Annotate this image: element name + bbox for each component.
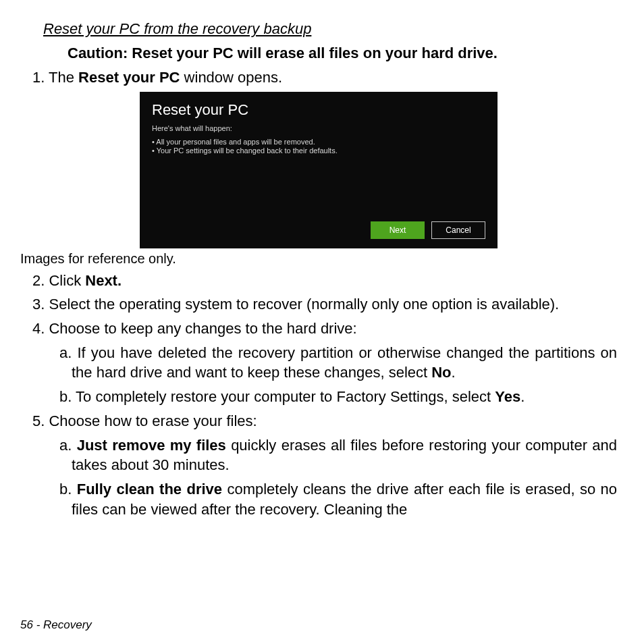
page-footer: 56 - Recovery bbox=[20, 618, 92, 632]
step-text-pre: Click bbox=[49, 272, 85, 289]
section-title: Reset your PC from the recovery backup bbox=[43, 20, 617, 38]
step-number: 3. bbox=[32, 296, 45, 313]
step-4a: a. If you have deleted the recovery part… bbox=[59, 343, 617, 383]
step-number: 2. bbox=[32, 272, 45, 289]
step-4: 4. Choose to keep any changes to the har… bbox=[31, 319, 617, 339]
step-4b: b. To completely restore your computer t… bbox=[59, 387, 617, 407]
step-letter: a. bbox=[59, 437, 72, 454]
step-text-pre: If you have deleted the recovery partiti… bbox=[72, 344, 617, 381]
step-letter: b. bbox=[59, 481, 72, 498]
step-5a: a. Just remove my files quickly erases a… bbox=[59, 435, 617, 475]
step-number: 4. bbox=[32, 320, 45, 337]
step-bold: Yes bbox=[495, 388, 520, 405]
next-button[interactable]: Next bbox=[371, 221, 425, 239]
dialog-button-row: Next Cancel bbox=[371, 221, 485, 239]
screenshot-container: Reset your PC Here's what will happen: •… bbox=[20, 92, 617, 248]
step-letter: a. bbox=[59, 344, 72, 361]
cancel-button[interactable]: Cancel bbox=[431, 221, 485, 239]
step-text-post: . bbox=[520, 388, 525, 405]
step-text: Choose to keep any changes to the hard d… bbox=[49, 320, 356, 337]
step-number: 5. bbox=[32, 412, 45, 429]
page: Reset your PC from the recovery backup C… bbox=[0, 0, 644, 644]
dialog-subtitle: Here's what will happen: bbox=[152, 124, 485, 132]
reset-pc-dialog: Reset your PC Here's what will happen: •… bbox=[140, 92, 498, 248]
reference-note: Images for reference only. bbox=[20, 251, 617, 267]
step-5b: b. Fully clean the drive completely clea… bbox=[59, 479, 617, 519]
step-bold: Reset your PC bbox=[78, 69, 180, 86]
step-2: 2. Click Next. bbox=[31, 271, 617, 291]
step-5: 5. Choose how to erase your files: bbox=[31, 411, 617, 431]
step-text-pre: To completely restore your computer to F… bbox=[76, 388, 495, 405]
step-text-post: . bbox=[452, 364, 456, 381]
step-1: 1. The Reset your PC window opens. bbox=[31, 68, 617, 88]
step-3: 3. Select the operating system to recove… bbox=[31, 294, 617, 315]
step-text: Select the operating system to recover (… bbox=[49, 296, 559, 313]
caution-text: Caution: Reset your PC will erase all fi… bbox=[68, 45, 617, 62]
step-text-post: window opens. bbox=[180, 69, 283, 86]
step-bold: No bbox=[431, 364, 451, 381]
step-bold: Next. bbox=[85, 272, 122, 289]
step-letter: b. bbox=[59, 388, 72, 405]
dialog-title: Reset your PC bbox=[152, 101, 485, 119]
step-bold: Fully clean the drive bbox=[77, 481, 222, 498]
step-text: Choose how to erase your files: bbox=[49, 412, 257, 429]
step-number: 1. bbox=[32, 69, 45, 86]
step-text-pre: The bbox=[49, 69, 78, 86]
dialog-bullet-2: • Your PC settings will be changed back … bbox=[152, 146, 485, 155]
dialog-bullet-1: • All your personal files and apps will … bbox=[152, 138, 485, 146]
step-bold: Just remove my files bbox=[77, 437, 226, 454]
